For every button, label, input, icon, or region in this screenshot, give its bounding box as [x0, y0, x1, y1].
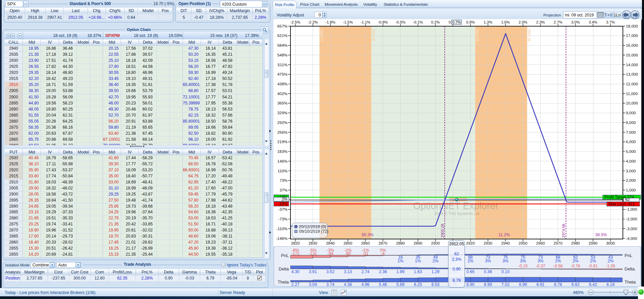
svg-text:2%: 2%: [468, 259, 474, 263]
svg-text:6.25: 6.25: [414, 282, 422, 287]
svg-text:7,000: 7,000: [626, 130, 636, 135]
svg-text:3.04: 3.04: [309, 282, 317, 287]
svg-text:2.36: 2.36: [379, 269, 387, 274]
svg-text:-0.1%: -0.1%: [413, 20, 423, 24]
svg-text:3.4%: 3.4%: [589, 20, 597, 24]
svg-text:11,000: 11,000: [626, 91, 638, 96]
svg-text:2940: 2940: [501, 241, 510, 246]
svg-text:3%: 3%: [485, 259, 491, 263]
svg-text:2952.35: 2952.35: [527, 29, 531, 42]
svg-text:Theta: Theta: [625, 280, 636, 285]
svg-text:329%: 329%: [277, 111, 288, 115]
svg-text:621%: 621%: [277, 33, 288, 38]
svg-text:2.27: 2.27: [291, 282, 300, 287]
svg-text:219%: 219%: [277, 139, 288, 144]
svg-text:256%: 256%: [277, 130, 288, 135]
svg-text:1.29: 1.29: [431, 269, 439, 274]
svg-text:-37%: -37%: [278, 207, 287, 212]
svg-text:2922.70: 2922.70: [475, 29, 479, 42]
svg-text:-1,000: -1,000: [626, 207, 637, 212]
svg-text:-15%: -15%: [278, 202, 287, 206]
svg-text:10,000: 10,000: [626, 101, 638, 105]
svg-text:-94: -94: [327, 251, 333, 256]
svg-text:37%: 37%: [279, 188, 287, 193]
svg-text:-31: -31: [363, 251, 369, 256]
svg-text:-6: -6: [381, 251, 385, 256]
svg-text:2930: 2930: [484, 241, 493, 246]
svg-text:9,000: 9,000: [626, 111, 636, 115]
svg-text:3.52: 3.52: [326, 269, 334, 274]
svg-text:2.3%: 2.3%: [536, 20, 545, 24]
svg-text:5.46: 5.46: [379, 282, 387, 287]
svg-text:50.3%: 50.3%: [362, 232, 373, 237]
svg-text:6,000: 6,000: [626, 139, 636, 144]
svg-text:2990: 2990: [589, 241, 598, 246]
svg-text:3%: 3%: [538, 259, 544, 263]
svg-text:-1.05: -1.05: [606, 264, 615, 268]
svg-text:09/10/2019 (72): 09/10/2019 (72): [299, 229, 328, 234]
svg-text:-131: -131: [309, 251, 317, 256]
svg-text:-0.15: -0.15: [518, 264, 528, 268]
svg-text:0.9%: 0.9%: [466, 20, 475, 24]
svg-text:2,000: 2,000: [626, 178, 636, 183]
svg-text:6.42: 6.42: [589, 282, 597, 287]
svg-text:18,000: 18,000: [626, 24, 638, 29]
svg-text:5,000: 5,000: [626, 149, 636, 154]
svg-text:438%: 438%: [277, 82, 288, 86]
svg-text:2950: 2950: [519, 241, 528, 246]
svg-text:584%: 584%: [277, 43, 288, 48]
svg-text:PnL: PnL: [281, 253, 289, 258]
svg-text:Theta: Theta: [278, 280, 289, 285]
svg-text:3.0%: 3.0%: [571, 20, 580, 24]
svg-text:2%: 2%: [590, 259, 596, 263]
svg-text:2830: 2830: [309, 241, 318, 246]
svg-text:6.91: 6.91: [536, 282, 544, 287]
svg-text:2870: 2870: [378, 241, 387, 246]
svg-text:-2,000: -2,000: [626, 217, 637, 221]
svg-text:6.19: 6.19: [606, 282, 614, 287]
svg-text:1%: 1%: [397, 259, 404, 263]
svg-text:4.96: 4.96: [361, 282, 369, 287]
svg-text:-4,000: -4,000: [626, 236, 637, 241]
svg-text:0.7%: 0.7%: [452, 20, 461, 24]
svg-text:-110%: -110%: [276, 226, 288, 231]
svg-text:16,000: 16,000: [626, 43, 638, 48]
svg-text:2863.42: 2863.42: [372, 29, 376, 42]
svg-text:511%: 511%: [278, 62, 288, 67]
svg-text:6.62: 6.62: [572, 282, 580, 287]
svg-text:8,000: 8,000: [626, 120, 636, 125]
svg-text:2%: 2%: [432, 259, 438, 263]
svg-text:-0.91: -0.91: [588, 264, 598, 268]
svg-text:0.36: 0.36: [484, 269, 492, 274]
svg-text:Delta: Delta: [625, 266, 635, 271]
svg-text:1.3%: 1.3%: [484, 20, 492, 24]
svg-text:110%: 110%: [278, 169, 288, 173]
svg-text:2960: 2960: [536, 241, 545, 246]
svg-text:13,000: 13,000: [626, 72, 638, 77]
svg-text:0.65: 0.65: [467, 269, 475, 274]
svg-text:7.02: 7.02: [501, 282, 509, 287]
svg-text:-2.2%: -2.2%: [308, 20, 318, 24]
svg-text:2905.28: 2905.28: [440, 224, 444, 238]
svg-text:Delta: Delta: [279, 266, 289, 271]
svg-text:5.89: 5.89: [396, 282, 405, 287]
svg-text:292%: 292%: [277, 120, 288, 125]
svg-text:3%: 3%: [520, 259, 526, 263]
svg-text:2.74: 2.74: [361, 269, 369, 274]
svg-text:6.53: 6.53: [431, 282, 439, 287]
svg-text:6.99: 6.99: [519, 282, 527, 287]
svg-text:0.2%: 0.2%: [431, 20, 440, 24]
svg-text:1.63: 1.63: [414, 269, 422, 274]
svg-text:548%: 548%: [277, 53, 288, 57]
svg-text:-1.5%: -1.5%: [343, 20, 353, 24]
svg-text:2%: 2%: [607, 259, 613, 263]
svg-text:3.74: 3.74: [326, 282, 334, 287]
svg-text:20/12/2019 (0): 20/12/2019 (0): [299, 224, 326, 229]
svg-text:1%: 1%: [415, 259, 421, 263]
svg-text:-60: -60: [345, 251, 351, 256]
svg-text:6.90: 6.90: [467, 282, 475, 287]
svg-text:-2.5%: -2.5%: [290, 20, 301, 24]
svg-text:-0.58: -0.58: [553, 264, 563, 268]
svg-text:2820: 2820: [291, 241, 300, 246]
svg-text:4.38: 4.38: [344, 282, 352, 287]
